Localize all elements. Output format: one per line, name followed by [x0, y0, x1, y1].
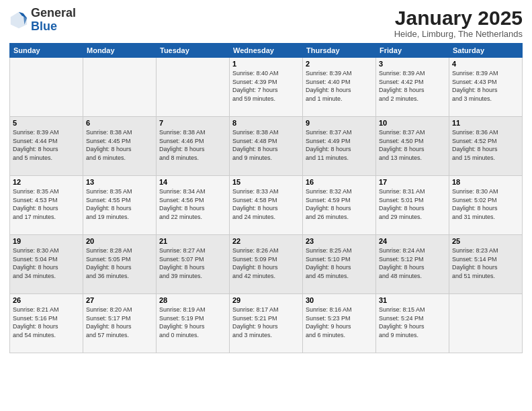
logo: General Blue [9, 7, 76, 34]
day-info: Sunrise: 8:26 AM Sunset: 5:09 PM Dayligh… [232, 246, 300, 280]
day-number: 17 [379, 178, 446, 186]
day-number: 4 [452, 60, 519, 68]
day-info: Sunrise: 8:38 AM Sunset: 4:48 PM Dayligh… [232, 128, 300, 162]
header-saturday: Saturday [449, 44, 523, 58]
day-number: 31 [379, 296, 446, 304]
header-friday: Friday [376, 44, 449, 58]
day-info: Sunrise: 8:36 AM Sunset: 4:52 PM Dayligh… [452, 128, 519, 162]
header-wednesday: Wednesday [230, 44, 303, 58]
day-info: Sunrise: 8:30 AM Sunset: 5:04 PM Dayligh… [13, 246, 80, 280]
header-thursday: Thursday [303, 44, 376, 58]
day-cell: 27Sunrise: 8:20 AM Sunset: 5:17 PM Dayli… [83, 294, 157, 353]
week-row-4: 26Sunrise: 8:21 AM Sunset: 5:16 PM Dayli… [10, 294, 523, 353]
month-title: January 2025 [394, 7, 523, 29]
day-cell: 12Sunrise: 8:35 AM Sunset: 4:53 PM Dayli… [10, 176, 83, 235]
day-number: 9 [306, 119, 373, 127]
day-cell: 14Sunrise: 8:34 AM Sunset: 4:56 PM Dayli… [157, 176, 230, 235]
day-info: Sunrise: 8:40 AM Sunset: 4:39 PM Dayligh… [232, 69, 300, 103]
day-number: 20 [86, 237, 153, 245]
day-info: Sunrise: 8:39 AM Sunset: 4:40 PM Dayligh… [306, 69, 373, 103]
weekday-row: Sunday Monday Tuesday Wednesday Thursday… [10, 44, 523, 58]
day-number: 16 [306, 178, 373, 186]
day-info: Sunrise: 8:33 AM Sunset: 4:58 PM Dayligh… [232, 187, 300, 221]
day-number: 29 [232, 296, 300, 304]
day-cell: 22Sunrise: 8:26 AM Sunset: 5:09 PM Dayli… [230, 235, 303, 294]
day-cell: 16Sunrise: 8:32 AM Sunset: 4:59 PM Dayli… [303, 176, 376, 235]
day-cell: 3Sunrise: 8:39 AM Sunset: 4:42 PM Daylig… [376, 58, 449, 117]
day-cell: 6Sunrise: 8:38 AM Sunset: 4:45 PM Daylig… [83, 117, 157, 176]
day-number: 2 [306, 60, 373, 68]
day-info: Sunrise: 8:35 AM Sunset: 4:53 PM Dayligh… [13, 187, 80, 221]
day-cell: 18Sunrise: 8:30 AM Sunset: 5:02 PM Dayli… [449, 176, 523, 235]
day-info: Sunrise: 8:15 AM Sunset: 5:24 PM Dayligh… [379, 306, 446, 339]
day-info: Sunrise: 8:35 AM Sunset: 4:55 PM Dayligh… [86, 187, 153, 221]
day-number: 25 [452, 237, 519, 245]
day-info: Sunrise: 8:30 AM Sunset: 5:02 PM Dayligh… [452, 187, 519, 221]
day-info: Sunrise: 8:19 AM Sunset: 5:19 PM Dayligh… [159, 306, 226, 339]
header-sunday: Sunday [10, 44, 83, 58]
logo-general: General [31, 6, 76, 19]
day-info: Sunrise: 8:21 AM Sunset: 5:16 PM Dayligh… [13, 306, 80, 339]
day-number: 19 [13, 237, 80, 245]
day-cell: 19Sunrise: 8:30 AM Sunset: 5:04 PM Dayli… [10, 235, 83, 294]
day-cell: 2Sunrise: 8:39 AM Sunset: 4:40 PM Daylig… [303, 58, 376, 117]
calendar-table: Sunday Monday Tuesday Wednesday Thursday… [9, 43, 523, 353]
day-cell: 8Sunrise: 8:38 AM Sunset: 4:48 PM Daylig… [230, 117, 303, 176]
day-number: 5 [13, 119, 80, 127]
logo-text: General Blue [31, 7, 76, 34]
day-number: 11 [452, 119, 519, 127]
day-cell: 31Sunrise: 8:15 AM Sunset: 5:24 PM Dayli… [376, 294, 449, 353]
day-number: 18 [452, 178, 519, 186]
day-cell: 28Sunrise: 8:19 AM Sunset: 5:19 PM Dayli… [157, 294, 230, 353]
day-info: Sunrise: 8:32 AM Sunset: 4:59 PM Dayligh… [306, 187, 373, 221]
day-cell: 25Sunrise: 8:23 AM Sunset: 5:14 PM Dayli… [449, 235, 523, 294]
day-number: 30 [306, 296, 373, 304]
day-info: Sunrise: 8:28 AM Sunset: 5:05 PM Dayligh… [86, 246, 153, 280]
day-cell: 13Sunrise: 8:35 AM Sunset: 4:55 PM Dayli… [83, 176, 157, 235]
day-info: Sunrise: 8:39 AM Sunset: 4:43 PM Dayligh… [452, 69, 519, 103]
day-cell: 21Sunrise: 8:27 AM Sunset: 5:07 PM Dayli… [157, 235, 230, 294]
day-info: Sunrise: 8:34 AM Sunset: 4:56 PM Dayligh… [159, 187, 226, 221]
day-number: 21 [159, 237, 226, 245]
day-cell: 29Sunrise: 8:17 AM Sunset: 5:21 PM Dayli… [230, 294, 303, 353]
day-number: 28 [159, 296, 226, 304]
calendar-header: Sunday Monday Tuesday Wednesday Thursday… [10, 44, 523, 58]
day-number: 12 [13, 178, 80, 186]
header-tuesday: Tuesday [157, 44, 230, 58]
day-cell: 1Sunrise: 8:40 AM Sunset: 4:39 PM Daylig… [230, 58, 303, 117]
week-row-0: 1Sunrise: 8:40 AM Sunset: 4:39 PM Daylig… [10, 58, 523, 117]
day-cell: 4Sunrise: 8:39 AM Sunset: 4:43 PM Daylig… [449, 58, 523, 117]
day-info: Sunrise: 8:31 AM Sunset: 5:01 PM Dayligh… [379, 187, 446, 221]
day-cell: 11Sunrise: 8:36 AM Sunset: 4:52 PM Dayli… [449, 117, 523, 176]
day-cell: 26Sunrise: 8:21 AM Sunset: 5:16 PM Dayli… [10, 294, 83, 353]
day-info: Sunrise: 8:37 AM Sunset: 4:49 PM Dayligh… [306, 128, 373, 162]
day-number: 22 [232, 237, 300, 245]
day-info: Sunrise: 8:38 AM Sunset: 4:45 PM Dayligh… [86, 128, 153, 162]
day-number: 24 [379, 237, 446, 245]
day-info: Sunrise: 8:27 AM Sunset: 5:07 PM Dayligh… [159, 246, 226, 280]
day-number: 1 [232, 60, 300, 68]
day-cell: 24Sunrise: 8:24 AM Sunset: 5:12 PM Dayli… [376, 235, 449, 294]
calendar-body: 1Sunrise: 8:40 AM Sunset: 4:39 PM Daylig… [10, 58, 523, 353]
calendar-container: General Blue January 2025 Heide, Limburg… [0, 0, 532, 411]
day-info: Sunrise: 8:25 AM Sunset: 5:10 PM Dayligh… [306, 246, 373, 280]
day-info: Sunrise: 8:24 AM Sunset: 5:12 PM Dayligh… [379, 246, 446, 280]
day-info: Sunrise: 8:38 AM Sunset: 4:46 PM Dayligh… [159, 128, 226, 162]
title-block: January 2025 Heide, Limburg, The Netherl… [394, 7, 523, 39]
day-cell: 20Sunrise: 8:28 AM Sunset: 5:05 PM Dayli… [83, 235, 157, 294]
logo-blue: Blue [31, 19, 57, 33]
week-row-3: 19Sunrise: 8:30 AM Sunset: 5:04 PM Dayli… [10, 235, 523, 294]
day-cell [83, 58, 157, 117]
day-info: Sunrise: 8:20 AM Sunset: 5:17 PM Dayligh… [86, 306, 153, 339]
day-cell: 17Sunrise: 8:31 AM Sunset: 5:01 PM Dayli… [376, 176, 449, 235]
day-info: Sunrise: 8:39 AM Sunset: 4:44 PM Dayligh… [13, 128, 80, 162]
day-number: 26 [13, 296, 80, 304]
day-number: 13 [86, 178, 153, 186]
location: Heide, Limburg, The Netherlands [394, 29, 523, 39]
day-cell: 23Sunrise: 8:25 AM Sunset: 5:10 PM Dayli… [303, 235, 376, 294]
day-cell: 7Sunrise: 8:38 AM Sunset: 4:46 PM Daylig… [157, 117, 230, 176]
day-number: 8 [232, 119, 300, 127]
day-cell: 30Sunrise: 8:16 AM Sunset: 5:23 PM Dayli… [303, 294, 376, 353]
header-monday: Monday [83, 44, 157, 58]
logo-icon [9, 11, 28, 30]
